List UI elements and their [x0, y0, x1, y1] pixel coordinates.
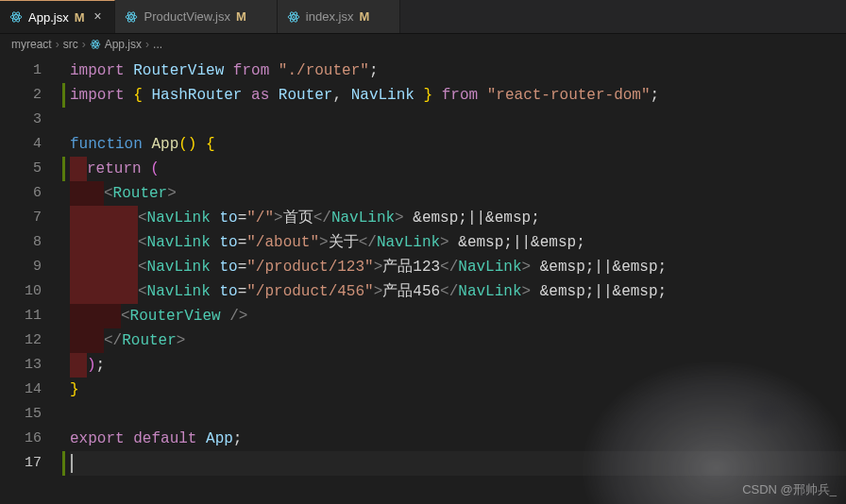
text-cursor [71, 454, 73, 473]
breadcrumb-item[interactable]: src [63, 38, 78, 51]
tab-productview-jsx[interactable]: ProductView.jsx M × [115, 0, 277, 33]
code-line: <Router> [70, 181, 846, 206]
chevron-right-icon: › [56, 38, 59, 51]
code-line: </Router> [70, 328, 846, 353]
code-line [70, 451, 846, 476]
code-line: } [70, 378, 846, 402]
chevron-right-icon: › [145, 38, 149, 51]
code-line [70, 108, 846, 132]
code-line: <NavLink to="/product/123">产品123</NavLin… [70, 255, 846, 279]
code-line: <NavLink to="/product/456">产品456</NavLin… [70, 279, 846, 304]
chevron-right-icon: › [82, 38, 86, 51]
code-content[interactable]: import RouterView from "./router"; impor… [70, 55, 846, 476]
close-icon[interactable]: × [90, 9, 105, 25]
code-line: <NavLink to="/">首页</NavLink> &emsp;||&em… [70, 206, 846, 230]
code-line: import RouterView from "./router"; [70, 59, 846, 83]
react-icon [90, 39, 101, 53]
svg-point-7 [131, 16, 133, 18]
react-icon [9, 10, 23, 24]
tab-label: index.jsx [306, 9, 354, 24]
tab-index-jsx[interactable]: index.jsx M × [278, 0, 400, 33]
breadcrumb-item[interactable]: ... [153, 38, 162, 51]
svg-point-3 [15, 16, 17, 18]
line-numbers: 1234567891011121314151617 [0, 55, 60, 476]
tab-app-jsx[interactable]: App.jsx M × [0, 0, 115, 33]
modified-indicator: M [236, 9, 246, 24]
watermark: CSDN @邢帅兵_ [742, 481, 837, 498]
code-line: function App() { [70, 132, 846, 157]
code-line: import { HashRouter as Router, NavLink }… [70, 83, 846, 108]
breadcrumb[interactable]: myreact › src › App.jsx › ... [0, 34, 846, 55]
code-line: <NavLink to="/about">关于</NavLink> &emsp;… [70, 230, 846, 255]
react-icon [287, 10, 300, 24]
modified-indicator: M [75, 10, 85, 25]
breadcrumb-item[interactable]: myreact [11, 38, 52, 51]
code-line: export default App; [70, 427, 846, 451]
tab-label: App.jsx [28, 10, 69, 25]
tab-label: ProductView.jsx [144, 9, 230, 24]
react-icon [125, 10, 138, 24]
svg-point-11 [293, 16, 295, 18]
code-line: ); [70, 353, 846, 378]
breadcrumb-item[interactable]: App.jsx [105, 38, 142, 51]
code-line: <RouterView /> [70, 304, 846, 328]
code-line: return ( [70, 157, 846, 181]
tab-bar: App.jsx M × ProductView.jsx M × index.js… [0, 0, 846, 34]
code-editor[interactable]: 1234567891011121314151617 import RouterV… [0, 55, 846, 504]
modified-indicator: M [359, 9, 369, 24]
svg-point-15 [94, 43, 96, 45]
code-line [70, 402, 846, 427]
